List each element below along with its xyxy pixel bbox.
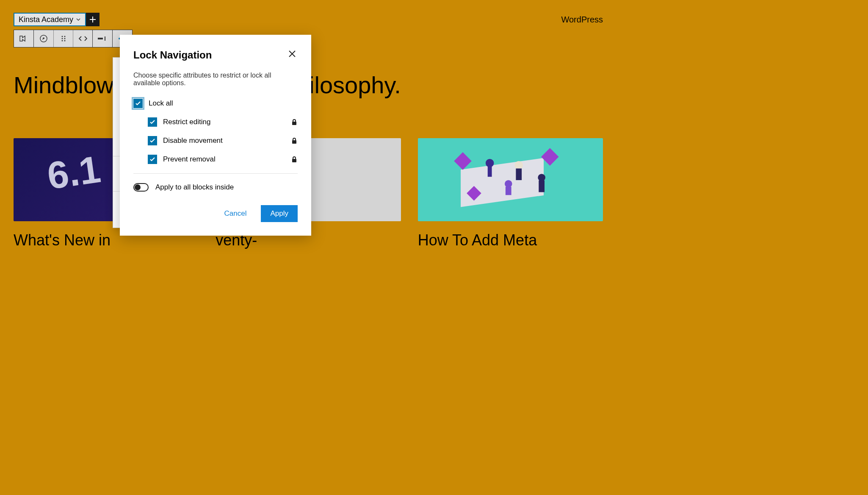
- svg-point-6: [64, 40, 65, 42]
- justify-icon: [98, 36, 107, 42]
- chevron-down-icon: [76, 17, 81, 22]
- svg-point-18: [514, 161, 523, 170]
- restrict-editing-label: Restrict editing: [163, 118, 285, 126]
- chevrons-icon: [78, 35, 88, 42]
- svg-point-16: [486, 159, 494, 167]
- cancel-button[interactable]: Cancel: [217, 205, 254, 222]
- justify-button[interactable]: [93, 30, 112, 47]
- modal-title: Lock Navigation: [133, 49, 212, 61]
- apply-inside-label: Apply to all blocks inside: [155, 183, 298, 192]
- svg-point-1: [61, 36, 63, 37]
- svg-point-22: [538, 174, 545, 181]
- svg-point-4: [64, 38, 65, 39]
- svg-rect-8: [105, 36, 105, 41]
- check-icon: [149, 119, 155, 125]
- lock-navigation-modal: Lock Navigation Choose specific attribut…: [120, 35, 311, 236]
- svg-rect-17: [487, 167, 492, 177]
- svg-rect-7: [98, 38, 103, 39]
- drag-handle[interactable]: [53, 30, 73, 47]
- block-toolbar: [14, 30, 133, 47]
- compass-icon: [39, 34, 48, 43]
- check-icon: [135, 100, 141, 106]
- svg-point-2: [64, 36, 65, 37]
- divider: [133, 173, 298, 174]
- prevent-removal-checkbox[interactable]: [148, 155, 157, 164]
- drag-icon: [61, 35, 66, 42]
- svg-rect-26: [292, 159, 296, 162]
- svg-point-5: [61, 40, 63, 42]
- block-type-button[interactable]: [14, 30, 33, 47]
- move-buttons[interactable]: [73, 30, 92, 47]
- prevent-removal-label: Prevent removal: [163, 155, 285, 164]
- restrict-editing-checkbox[interactable]: [148, 117, 157, 127]
- post-title: How To Add Meta: [418, 231, 603, 249]
- lock-all-label: Lock all: [149, 99, 298, 108]
- compass-button[interactable]: [34, 30, 53, 47]
- disable-movement-label: Disable movement: [163, 136, 285, 145]
- check-icon: [149, 156, 155, 162]
- svg-rect-13: [454, 152, 472, 170]
- apply-inside-toggle[interactable]: [133, 183, 149, 192]
- decorative-graphic: 6.1: [44, 147, 103, 198]
- svg-rect-19: [516, 169, 522, 180]
- brand-label: WordPress: [561, 15, 603, 25]
- lock-icon: [291, 137, 298, 144]
- plus-icon: [89, 16, 97, 23]
- page-heading-suffix: ilosophy.: [309, 71, 401, 99]
- lock-icon: [291, 119, 298, 125]
- toggle-knob: [135, 184, 141, 190]
- svg-rect-24: [292, 122, 296, 125]
- apply-button[interactable]: Apply: [261, 205, 298, 222]
- post-card[interactable]: How To Add Meta: [418, 138, 603, 249]
- modal-description: Choose specific attributes to restrict o…: [133, 72, 298, 87]
- close-button[interactable]: [287, 48, 298, 61]
- lock-icon: [291, 156, 298, 163]
- disable-movement-checkbox[interactable]: [148, 136, 157, 145]
- decorative-graphic: [418, 138, 603, 221]
- nav-dropdown-label: Kinsta Academy: [19, 15, 73, 24]
- svg-rect-23: [539, 181, 545, 192]
- svg-rect-14: [541, 148, 559, 166]
- close-icon: [288, 50, 296, 58]
- svg-point-20: [505, 180, 512, 188]
- check-icon: [149, 138, 155, 144]
- navigation-block-icon: [19, 35, 28, 42]
- navigation-dropdown[interactable]: Kinsta Academy: [14, 13, 86, 26]
- svg-point-3: [61, 38, 63, 39]
- svg-rect-25: [292, 140, 296, 144]
- svg-rect-21: [506, 187, 511, 195]
- post-thumbnail: [418, 138, 603, 221]
- lock-all-checkbox[interactable]: [133, 99, 143, 108]
- add-block-button[interactable]: [86, 13, 100, 26]
